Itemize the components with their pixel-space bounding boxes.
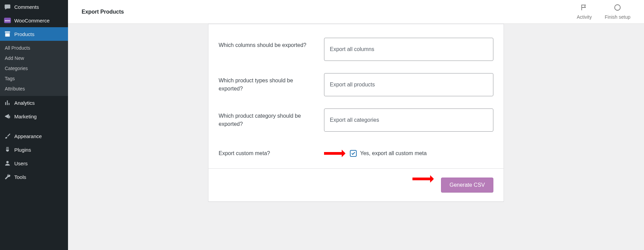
sidebar-subitem-attributes[interactable]: Attributes bbox=[0, 84, 68, 94]
sidebar-item-comments[interactable]: Comments bbox=[0, 0, 68, 14]
archive-icon bbox=[4, 31, 11, 37]
card-footer: Generate CSV bbox=[208, 168, 504, 201]
generate-csv-button[interactable]: Generate CSV bbox=[441, 178, 493, 193]
page-title: Export Products bbox=[82, 9, 124, 15]
activity-button[interactable]: Activity bbox=[577, 4, 592, 20]
sidebar-subitem-tags[interactable]: Tags bbox=[0, 73, 68, 84]
sidebar-label: WooCommerce bbox=[14, 18, 50, 23]
row-types: Which product types should be exported? … bbox=[208, 65, 504, 100]
sidebar-subitem-all-products[interactable]: All Products bbox=[0, 43, 68, 53]
topbar: Export Products Activity Finish setup bbox=[68, 0, 644, 24]
woocommerce-icon: woo bbox=[4, 17, 11, 24]
select-columns[interactable]: Export all columns bbox=[324, 38, 493, 61]
brush-icon bbox=[4, 133, 11, 139]
topbar-actions: Activity Finish setup bbox=[577, 4, 630, 20]
sidebar-label: Users bbox=[14, 161, 28, 166]
checkbox-custom-meta-label: Yes, export all custom meta bbox=[360, 150, 427, 156]
row-columns: Which columns should be exported? Export… bbox=[208, 24, 504, 65]
sidebar-label: Products bbox=[14, 31, 34, 37]
svg-point-0 bbox=[615, 5, 621, 11]
megaphone-icon bbox=[4, 113, 11, 120]
products-submenu: All Products Add New Categories Tags Att… bbox=[0, 41, 68, 96]
flag-icon bbox=[580, 4, 588, 12]
sidebar-label: Analytics bbox=[14, 100, 35, 106]
sidebar-label: Comments bbox=[14, 4, 39, 10]
circle-icon bbox=[614, 4, 621, 12]
sidebar-item-woocommerce[interactable]: woo WooCommerce bbox=[0, 14, 68, 27]
sidebar-item-analytics[interactable]: Analytics bbox=[0, 96, 68, 110]
select-types-value: Export all products bbox=[330, 82, 375, 88]
export-card: Which columns should be exported? Export… bbox=[208, 24, 504, 202]
topbar-action-label: Activity bbox=[577, 14, 592, 20]
select-category-value: Export all categories bbox=[330, 117, 379, 123]
admin-sidebar: Comments woo WooCommerce Products All Pr… bbox=[0, 0, 68, 250]
annotation-arrow-icon bbox=[412, 178, 433, 180]
wrench-icon bbox=[4, 173, 11, 180]
sidebar-item-tools[interactable]: Tools bbox=[0, 170, 68, 184]
sidebar-label: Marketing bbox=[14, 114, 37, 119]
row-category: Which product category should be exporte… bbox=[208, 100, 504, 142]
label-category: Which product category should be exporte… bbox=[219, 109, 317, 128]
label-custom-meta: Export custom meta? bbox=[219, 150, 317, 156]
checkbox-custom-meta[interactable] bbox=[350, 150, 357, 157]
select-category[interactable]: Export all categories bbox=[324, 109, 493, 132]
plug-icon bbox=[4, 146, 11, 153]
sidebar-item-products[interactable]: Products bbox=[0, 27, 68, 41]
sidebar-subitem-add-new[interactable]: Add New bbox=[0, 53, 68, 63]
sidebar-item-appearance[interactable]: Appearance bbox=[0, 129, 68, 143]
main-content: Export Products Activity Finish setup Wh… bbox=[68, 0, 644, 250]
select-columns-value: Export all columns bbox=[330, 46, 374, 52]
sidebar-item-marketing[interactable]: Marketing bbox=[0, 110, 68, 123]
sidebar-item-users[interactable]: Users bbox=[0, 156, 68, 170]
topbar-action-label: Finish setup bbox=[605, 14, 630, 20]
chart-bar-icon bbox=[4, 99, 11, 106]
finish-setup-button[interactable]: Finish setup bbox=[605, 4, 630, 20]
sidebar-label: Appearance bbox=[14, 133, 42, 139]
comment-icon bbox=[4, 3, 11, 10]
sidebar-subitem-categories[interactable]: Categories bbox=[0, 63, 68, 73]
sidebar-label: Tools bbox=[14, 174, 26, 180]
label-columns: Which columns should be exported? bbox=[219, 38, 317, 49]
sidebar-item-plugins[interactable]: Plugins bbox=[0, 143, 68, 156]
label-types: Which product types should be exported? bbox=[219, 73, 317, 93]
sidebar-label: Plugins bbox=[14, 147, 31, 153]
user-icon bbox=[4, 160, 11, 167]
row-custom-meta: Export custom meta? Yes, export all cust… bbox=[208, 142, 504, 168]
select-types[interactable]: Export all products bbox=[324, 73, 493, 96]
annotation-arrow-icon bbox=[324, 152, 344, 155]
